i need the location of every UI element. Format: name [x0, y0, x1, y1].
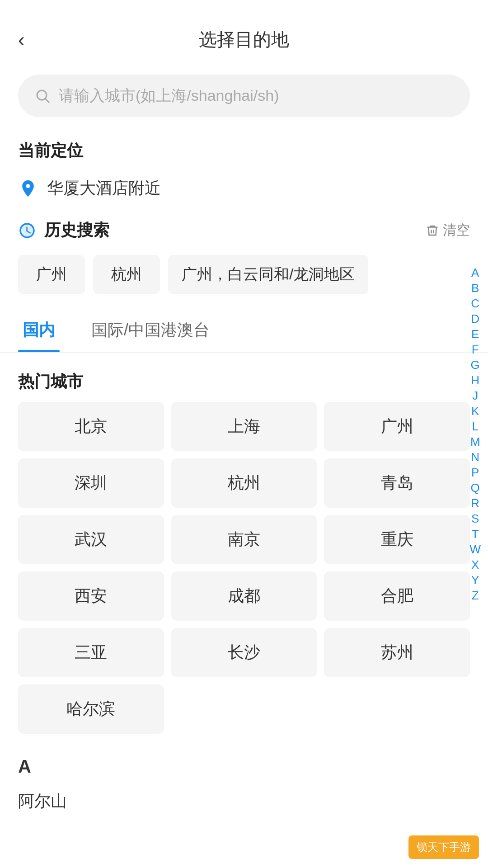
alpha-E[interactable]: E	[469, 328, 481, 340]
alpha-J[interactable]: J	[469, 390, 481, 401]
history-left: 历史搜索	[18, 219, 109, 241]
page-title: 选择目的地	[199, 27, 289, 52]
city-hangzhou[interactable]: 杭州	[171, 458, 317, 508]
alpha-B[interactable]: B	[469, 282, 481, 294]
popular-cities-label: 热门城市	[0, 362, 488, 397]
alpha-A[interactable]: A	[469, 267, 481, 278]
alpha-P[interactable]: P	[469, 467, 481, 478]
history-header: 历史搜索 清空	[0, 210, 488, 250]
svg-line-1	[46, 99, 49, 103]
tabs: 国内 国际/中国港澳台	[0, 307, 488, 353]
location-pin-icon	[18, 179, 38, 198]
svg-point-0	[37, 90, 47, 100]
clear-label: 清空	[443, 221, 470, 240]
alpha-G[interactable]: G	[469, 359, 481, 371]
alphabet-index: A B C D E F G H J K L M N P Q R S T W X …	[462, 258, 488, 610]
search-input-box[interactable]: 请输入城市(如上海/shanghai/sh)	[18, 75, 470, 117]
city-nanjing[interactable]: 南京	[171, 515, 317, 564]
city-aershang[interactable]: 阿尔山	[18, 781, 470, 821]
alpha-N[interactable]: N	[469, 451, 481, 463]
alpha-T[interactable]: T	[469, 528, 481, 540]
alpha-Y[interactable]: Y	[469, 574, 481, 586]
search-section: 请输入城市(如上海/shanghai/sh)	[0, 66, 488, 131]
trash-icon	[426, 224, 439, 237]
alpha-Z[interactable]: Z	[469, 590, 481, 601]
history-tag-guangzhou[interactable]: 广州	[18, 255, 85, 294]
alpha-F[interactable]: F	[469, 344, 481, 355]
tab-domestic[interactable]: 国内	[18, 312, 60, 352]
alpha-D[interactable]: D	[469, 313, 481, 325]
alpha-section-a: A 阿尔山	[0, 743, 488, 821]
alpha-X[interactable]: X	[469, 559, 481, 571]
back-button[interactable]: ‹	[18, 30, 25, 50]
alpha-M[interactable]: M	[469, 436, 481, 448]
city-chongqing[interactable]: 重庆	[324, 515, 470, 564]
alpha-W[interactable]: W	[469, 543, 481, 555]
alpha-Q[interactable]: Q	[469, 482, 481, 494]
alpha-K[interactable]: K	[469, 405, 481, 417]
history-tag-guangzhou-detail[interactable]: 广州，白云同和/龙洞地区	[168, 255, 368, 294]
location-row[interactable]: 华厦大酒店附近	[0, 166, 488, 210]
city-sanya[interactable]: 三亚	[18, 628, 164, 677]
location-name: 华厦大酒店附近	[47, 177, 161, 199]
alpha-C[interactable]: C	[469, 297, 481, 309]
history-clock-icon	[18, 222, 36, 240]
city-wuhan[interactable]: 武汉	[18, 515, 164, 564]
city-guangzhou[interactable]: 广州	[324, 402, 470, 451]
watermark: 锁天下手游	[408, 835, 479, 859]
alpha-S[interactable]: S	[469, 513, 481, 524]
search-placeholder: 请输入城市(如上海/shanghai/sh)	[59, 85, 279, 106]
history-tags: 广州 杭州 广州，白云同和/龙洞地区	[0, 250, 488, 307]
city-suzhou[interactable]: 苏州	[324, 628, 470, 677]
history-title: 历史搜索	[44, 219, 109, 241]
city-shanghai[interactable]: 上海	[171, 402, 317, 451]
alpha-H[interactable]: H	[469, 374, 481, 386]
alpha-L[interactable]: L	[469, 420, 481, 432]
city-shenzhen[interactable]: 深圳	[18, 458, 164, 508]
clear-history-button[interactable]: 清空	[426, 221, 470, 240]
city-qingdao[interactable]: 青岛	[324, 458, 470, 508]
header: ‹ 选择目的地	[0, 0, 488, 66]
city-xian[interactable]: 西安	[18, 571, 164, 621]
city-beijing[interactable]: 北京	[18, 402, 164, 451]
city-haerbin[interactable]: 哈尔滨	[18, 684, 164, 734]
search-icon	[34, 88, 51, 104]
city-changsha[interactable]: 长沙	[171, 628, 317, 677]
alpha-letter-a: A	[18, 747, 470, 781]
alpha-R[interactable]: R	[469, 497, 481, 509]
city-chengdu[interactable]: 成都	[171, 571, 317, 621]
city-hefei[interactable]: 合肥	[324, 571, 470, 621]
history-tag-hangzhou[interactable]: 杭州	[93, 255, 160, 294]
watermark-text: 锁天下手游	[417, 840, 471, 854]
tab-international[interactable]: 国际/中国港澳台	[87, 312, 214, 352]
popular-cities-grid: 北京 上海 广州 深圳 杭州 青岛 武汉 南京 重庆 西安 成都 合肥 三亚 长…	[0, 397, 488, 743]
current-location-label: 当前定位	[0, 131, 488, 166]
